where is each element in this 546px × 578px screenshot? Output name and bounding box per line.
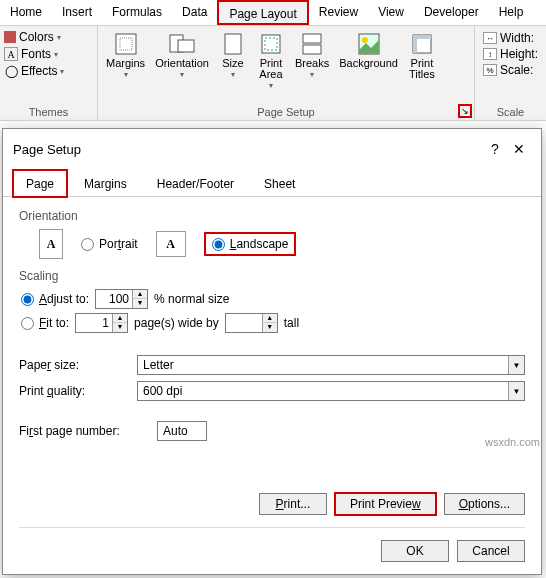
colors-icon [4, 31, 16, 43]
spin-down[interactable]: ▼ [263, 323, 277, 332]
background-icon [355, 31, 383, 57]
spin-up[interactable]: ▲ [133, 290, 147, 299]
print-button[interactable]: Print... [259, 493, 327, 515]
tab-developer[interactable]: Developer [414, 0, 489, 25]
scaling-label: Scaling [19, 269, 525, 283]
fonts-button[interactable]: AFonts▾ [4, 46, 64, 62]
paper-size-combo[interactable]: Letter ▼ [137, 355, 525, 375]
ribbon: Colors▾ AFonts▾ ◯Effects▾ Themes Margins… [0, 26, 546, 121]
ok-button[interactable]: OK [381, 540, 449, 562]
dialog-tab-sheet[interactable]: Sheet [251, 170, 308, 197]
height-icon: ↕ [483, 48, 497, 60]
print-preview-button[interactable]: Print Preview [335, 493, 436, 515]
margins-button[interactable]: Margins▾ [102, 29, 149, 81]
svg-rect-4 [225, 34, 241, 54]
scale-group-label: Scale [475, 104, 546, 120]
chevron-down-icon: ▾ [231, 70, 235, 79]
width-icon: ↔ [483, 32, 497, 44]
spin-up[interactable]: ▲ [113, 314, 127, 323]
svg-point-10 [362, 37, 368, 43]
print-area-icon [257, 31, 285, 57]
first-page-input[interactable] [157, 421, 207, 441]
options-button[interactable]: Options... [444, 493, 525, 515]
chevron-down-icon[interactable]: ▼ [508, 382, 524, 400]
tab-help[interactable]: Help [489, 0, 534, 25]
print-area-button[interactable]: Print Area▾ [253, 29, 289, 92]
watermark: wsxdn.com [485, 436, 540, 448]
paper-size-value: Letter [138, 358, 508, 372]
dialog-title: Page Setup [13, 142, 483, 157]
adjust-to-value[interactable] [96, 292, 132, 306]
spin-down[interactable]: ▼ [133, 299, 147, 308]
tab-page-layout[interactable]: Page Layout [217, 0, 308, 25]
page-setup-launcher[interactable]: ↘ [458, 104, 472, 118]
print-titles-button[interactable]: Print Titles [404, 29, 440, 82]
orientation-button[interactable]: Orientation▾ [151, 29, 213, 81]
adjust-to-radio[interactable]: Adjust to: [21, 292, 89, 306]
print-quality-combo[interactable]: 600 dpi ▼ [137, 381, 525, 401]
spin-down[interactable]: ▼ [113, 323, 127, 332]
fonts-icon: A [4, 47, 18, 61]
cancel-button[interactable]: Cancel [457, 540, 525, 562]
ribbon-tabs: Home Insert Formulas Data Page Layout Re… [0, 0, 546, 26]
scale-width[interactable]: ↔Width: [483, 31, 538, 45]
print-titles-icon [408, 31, 436, 57]
tab-view[interactable]: View [368, 0, 414, 25]
fit-tall-value[interactable] [226, 316, 262, 330]
svg-rect-0 [116, 34, 136, 54]
tab-formulas[interactable]: Formulas [102, 0, 172, 25]
close-button[interactable]: ✕ [507, 137, 531, 161]
dialog-tab-header-footer[interactable]: Header/Footer [144, 170, 247, 197]
chevron-down-icon: ▾ [57, 33, 61, 42]
chevron-down-icon: ▾ [54, 50, 58, 59]
breaks-button[interactable]: Breaks▾ [291, 29, 333, 81]
portrait-icon: A [39, 229, 63, 259]
tab-insert[interactable]: Insert [52, 0, 102, 25]
scale-height[interactable]: ↕Height: [483, 47, 538, 61]
tab-home[interactable]: Home [0, 0, 52, 25]
first-page-label: First page number: [19, 424, 149, 438]
size-button[interactable]: Size▾ [215, 29, 251, 81]
adjust-suffix: % normal size [154, 292, 229, 306]
effects-button[interactable]: ◯Effects▾ [4, 63, 64, 79]
dialog-tab-margins[interactable]: Margins [71, 170, 140, 197]
page-setup-dialog: Page Setup ? ✕ Page Margins Header/Foote… [2, 128, 542, 575]
fit-to-radio[interactable]: Fit to: [21, 316, 69, 330]
fit-wide-spinner[interactable]: ▲▼ [75, 313, 128, 333]
scale-scale[interactable]: %Scale: [483, 63, 538, 77]
themes-group-label: Themes [0, 104, 97, 120]
adjust-to-spinner[interactable]: ▲▼ [95, 289, 148, 309]
fit-wide-value[interactable] [76, 316, 112, 330]
size-icon [219, 31, 247, 57]
fit-mid-label: page(s) wide by [134, 316, 219, 330]
paper-size-label: Paper size: [19, 358, 129, 372]
breaks-icon [298, 31, 326, 57]
chevron-down-icon: ▾ [124, 70, 128, 79]
chevron-down-icon[interactable]: ▼ [508, 356, 524, 374]
chevron-down-icon: ▾ [310, 70, 314, 79]
svg-rect-13 [413, 35, 417, 53]
svg-rect-3 [178, 40, 194, 52]
fit-tail-label: tall [284, 316, 299, 330]
background-button[interactable]: Background [335, 29, 402, 71]
colors-button[interactable]: Colors▾ [4, 29, 64, 45]
orientation-label: Orientation [19, 209, 525, 223]
page-setup-group-label: Page Setup [98, 104, 474, 120]
chevron-down-icon: ▾ [180, 70, 184, 79]
scale-icon: % [483, 64, 497, 76]
print-quality-value: 600 dpi [138, 384, 508, 398]
landscape-icon: A [156, 231, 186, 257]
svg-rect-8 [303, 45, 321, 54]
orientation-icon [168, 31, 196, 57]
spin-up[interactable]: ▲ [263, 314, 277, 323]
chevron-down-icon: ▾ [60, 67, 64, 76]
dialog-tab-page[interactable]: Page [13, 170, 67, 197]
tab-data[interactable]: Data [172, 0, 217, 25]
landscape-radio[interactable]: Landscape [204, 232, 297, 256]
effects-icon: ◯ [4, 64, 18, 78]
help-button[interactable]: ? [483, 137, 507, 161]
tab-review[interactable]: Review [309, 0, 368, 25]
margins-icon [112, 31, 140, 57]
portrait-radio[interactable]: Portrait [81, 237, 138, 251]
fit-tall-spinner[interactable]: ▲▼ [225, 313, 278, 333]
